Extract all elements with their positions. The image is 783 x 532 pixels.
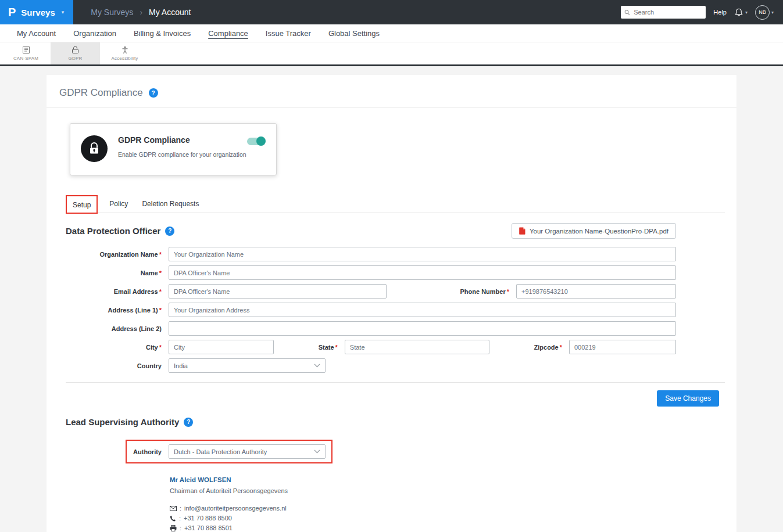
breadcrumb-my-account: My Account xyxy=(149,8,191,17)
account-menu[interactable]: NB ▾ xyxy=(755,5,774,20)
required-marker: * xyxy=(560,344,562,351)
city-field[interactable] xyxy=(169,340,274,354)
form-row: Country India xyxy=(66,358,676,373)
required-marker: * xyxy=(159,251,162,258)
address-line1-label: Address (Line 1)* xyxy=(66,307,162,314)
fax-icon xyxy=(170,525,177,531)
subnav-tab-accessibility[interactable]: Accessibility xyxy=(100,42,149,64)
name-field[interactable] xyxy=(169,265,676,280)
gdpr-toggle[interactable] xyxy=(247,138,264,145)
envelope-icon xyxy=(170,506,177,511)
authority-email-line: : info@autoriteitpersoonsgegevens.nl xyxy=(170,505,676,512)
country-label: Country xyxy=(66,362,162,369)
account-nav: My Account Organization Billing & Invoic… xyxy=(0,24,783,42)
authority-row: Authority Dutch - Data Protection Author… xyxy=(126,440,676,463)
tab-policy[interactable]: Policy xyxy=(102,197,135,213)
subnav-tab-label: Accessibility xyxy=(111,56,138,61)
search-box xyxy=(621,6,706,19)
nav-item-global-settings[interactable]: Global Settings xyxy=(320,29,388,38)
phone-icon xyxy=(170,515,176,522)
state-field[interactable] xyxy=(345,340,489,354)
bell-icon xyxy=(734,8,743,17)
dpo-section: Data Protection Officer ? Your Organizat… xyxy=(66,223,676,373)
nav-item-billing-invoices[interactable]: Billing & Invoices xyxy=(125,29,199,38)
breadcrumb-my-surveys[interactable]: My Surveys xyxy=(91,8,133,17)
caret-down-icon: ▾ xyxy=(62,9,65,15)
card-title: GDPR Compliance xyxy=(118,135,246,145)
country-select[interactable]: India xyxy=(169,358,326,373)
accessibility-icon xyxy=(121,46,129,54)
authority-email: info@autoriteitpersoonsgegevens.nl xyxy=(184,505,287,512)
separator: : xyxy=(180,524,181,531)
required-marker: * xyxy=(159,307,162,314)
nav-item-compliance[interactable]: Compliance xyxy=(199,29,257,38)
tab-setup[interactable]: Setup xyxy=(73,201,91,209)
dpo-save-changes-button[interactable]: Save Changes xyxy=(657,390,719,407)
top-bar: P Surveys ▾ My Surveys › My Account Help… xyxy=(0,0,783,24)
organization-name-field[interactable] xyxy=(169,247,676,261)
topbar-right: Help ▾ NB ▾ xyxy=(621,5,783,20)
authority-phone-line: : +31 70 888 8500 xyxy=(170,515,676,522)
questionpro-logo: P xyxy=(8,6,16,19)
compliance-subnav: CAN-SPAM GDPR Accessibility xyxy=(0,42,783,66)
authority-fax-line: : +31 70 888 8501 xyxy=(170,524,676,531)
authority-contact-card: Mr Aleid WOLFSEN Chairman of Autoriteit … xyxy=(170,476,676,531)
form-row: Name* xyxy=(66,265,676,280)
email-field[interactable] xyxy=(169,284,387,299)
address-line1-field[interactable] xyxy=(169,303,676,317)
name-label: Name* xyxy=(66,269,162,276)
dpo-section-title: Data Protection Officer xyxy=(66,226,160,236)
help-icon[interactable]: ? xyxy=(149,88,158,98)
phone-number-field[interactable] xyxy=(516,284,676,299)
document-icon xyxy=(22,46,30,54)
city-label: City* xyxy=(66,344,162,351)
card-text: GDPR Compliance Enable GDPR compliance f… xyxy=(118,135,246,162)
pdf-button-label: Your Organization Name-QuestionPro-DPA.p… xyxy=(530,228,668,235)
required-marker: * xyxy=(507,288,509,295)
authority-contact-role: Chairman of Autoriteit Persoonsgegevens xyxy=(170,487,676,494)
surveys-product-menu[interactable]: P Surveys ▾ xyxy=(0,0,73,24)
subnav-tab-label: CAN-SPAM xyxy=(13,56,38,61)
country-value: India xyxy=(174,362,188,369)
form-row: Address (Line 2) xyxy=(66,321,676,336)
gdpr-panel: GDPR Compliance ? GDPR Compliance Enable… xyxy=(47,75,736,532)
lsa-section: Lead Supervising Authority ? Authority D… xyxy=(66,417,676,531)
zipcode-field[interactable] xyxy=(569,340,676,354)
gdpr-compliance-card: GDPR Compliance Enable GDPR compliance f… xyxy=(70,123,277,175)
help-icon[interactable]: ? xyxy=(184,418,193,427)
caret-down-icon: ▾ xyxy=(745,10,748,15)
required-marker: * xyxy=(159,269,162,276)
dpa-pdf-button[interactable]: Your Organization Name-QuestionPro-DPA.p… xyxy=(512,223,676,239)
address-line2-field[interactable] xyxy=(169,321,676,336)
annotation-box-authority: Authority Dutch - Data Protection Author… xyxy=(126,440,332,463)
address-line2-label: Address (Line 2) xyxy=(66,325,162,332)
help-icon[interactable]: ? xyxy=(165,227,174,236)
tab-deletion-requests[interactable]: Deletion Requests xyxy=(135,197,206,213)
required-marker: * xyxy=(159,288,162,295)
chevron-down-icon xyxy=(314,364,320,368)
state-label: State* xyxy=(319,344,338,351)
search-icon xyxy=(624,9,630,16)
help-link[interactable]: Help xyxy=(713,9,727,16)
toggle-knob xyxy=(256,136,266,146)
nav-item-organization[interactable]: Organization xyxy=(65,29,125,38)
form-row: Email Address* Phone Number* xyxy=(66,284,676,299)
breadcrumb: My Surveys › My Account xyxy=(91,8,191,17)
form-row: Organization Name* xyxy=(66,247,676,261)
search-input[interactable] xyxy=(632,8,702,16)
subnav-tab-can-spam[interactable]: CAN-SPAM xyxy=(1,42,51,64)
notifications-menu[interactable]: ▾ xyxy=(734,8,748,17)
caret-down-icon: ▾ xyxy=(771,10,774,15)
breadcrumb-separator-icon: › xyxy=(140,8,142,17)
authority-label: Authority xyxy=(133,448,162,455)
product-name: Surveys xyxy=(21,8,55,17)
phone-number-label: Phone Number* xyxy=(460,288,509,295)
authority-select[interactable]: Dutch - Data Protection Authority xyxy=(169,444,326,459)
nav-item-my-account[interactable]: My Account xyxy=(8,29,65,38)
subnav-tab-gdpr[interactable]: GDPR xyxy=(51,42,100,64)
section-divider xyxy=(66,382,725,383)
setup-tabs: Setup Policy Deletion Requests xyxy=(66,195,725,213)
nav-item-issue-tracker[interactable]: Issue Tracker xyxy=(257,29,320,38)
chevron-down-icon xyxy=(314,450,320,454)
page-title: GDPR Compliance xyxy=(59,87,143,99)
